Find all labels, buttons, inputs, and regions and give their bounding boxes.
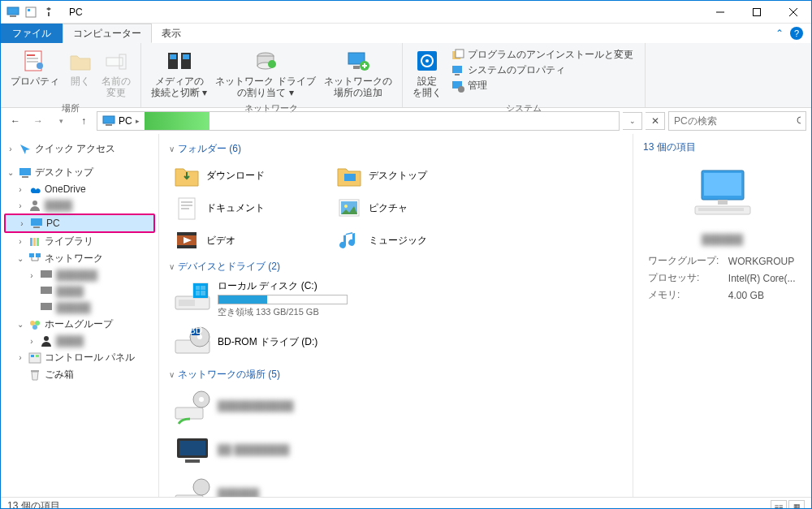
tree-desktop[interactable]: ⌄デスクトップ [4, 164, 155, 181]
maximize-button[interactable] [738, 1, 775, 24]
svg-rect-87 [704, 173, 741, 196]
pc-icon [6, 5, 20, 19]
svg-rect-7 [27, 58, 38, 59]
svg-rect-39 [33, 226, 40, 228]
close-button[interactable] [775, 1, 811, 24]
media-connect-button[interactable]: メディアの 接続と切断 ▾ [148, 46, 210, 101]
tab-view[interactable]: 表示 [152, 24, 191, 43]
svg-rect-40 [30, 238, 32, 246]
svg-rect-0 [7, 7, 19, 15]
svg-rect-10 [106, 58, 123, 66]
search-input[interactable] [674, 115, 796, 127]
folder-pictures[interactable]: ピクチャ [331, 192, 494, 224]
open-settings-button[interactable]: 設定 を開く [409, 46, 445, 101]
details-workgroup-label: ワークグループ: [645, 253, 723, 269]
tree-control-panel[interactable]: ›コントロール パネル [4, 349, 155, 366]
details-count: 13 個の項目 [643, 140, 801, 161]
drive-c[interactable]: ローカル ディスク (C:) 空き領域 133 GB/215 GB [169, 277, 412, 321]
manage-button[interactable]: 管理 [451, 79, 633, 93]
tree-network-item[interactable]: █████ [4, 300, 155, 316]
address-dropdown-icon[interactable]: ⌄ [623, 112, 642, 130]
qat-dropdown-icon[interactable] [41, 5, 56, 19]
titlebar: PC [1, 1, 811, 24]
stop-button[interactable]: ✕ [646, 112, 665, 130]
tree-network-item[interactable]: ›██████ [4, 267, 155, 283]
section-network-locations[interactable]: ネットワークの場所 (5) [169, 364, 623, 385]
back-button[interactable]: ← [6, 111, 25, 131]
tree-homegroup[interactable]: ⌄ホームグループ [4, 316, 155, 333]
tree-library[interactable]: ›ライブラリ [4, 233, 155, 250]
collapse-ribbon-icon[interactable]: ⌃ [775, 28, 784, 39]
map-drive-button[interactable]: ネットワーク ドライブ の割り当て ▾ [212, 46, 318, 101]
svg-rect-82 [175, 495, 203, 497]
netloc-item[interactable]: ██████ [169, 472, 412, 497]
tree-recycle-bin[interactable]: ごみ箱 [4, 366, 155, 383]
recent-dropdown[interactable]: ▾ [51, 111, 71, 131]
properties-button[interactable]: プロパティ [7, 46, 63, 101]
svg-rect-60 [181, 208, 189, 209]
help-icon[interactable]: ? [790, 27, 803, 40]
svg-rect-3 [28, 9, 30, 11]
tree-pc[interactable]: ›PC [4, 214, 155, 233]
up-button[interactable]: ↑ [74, 111, 93, 131]
svg-point-34 [797, 117, 801, 123]
svg-rect-81 [185, 459, 200, 463]
svg-rect-80 [179, 441, 205, 455]
drive-c-bar [218, 295, 348, 304]
window-title: PC [69, 6, 83, 18]
section-drives[interactable]: デバイスとドライブ (2) [169, 257, 623, 277]
folder-music[interactable]: ミュージック [331, 224, 494, 257]
tree-network[interactable]: ⌄ネットワーク [4, 250, 155, 267]
add-network-location-button[interactable]: ネットワークの 場所の追加 [321, 46, 395, 101]
view-large-icon[interactable]: ▦ [788, 500, 805, 510]
content-pane[interactable]: フォルダー (6) ダウンロード デスクトップ ドキュメント ピクチャ ビデオ … [159, 134, 633, 497]
svg-rect-15 [183, 54, 189, 59]
tree-homegroup-item[interactable]: ›████ [4, 333, 155, 349]
minimize-button[interactable] [702, 1, 738, 24]
navigation-bar: ← → ▾ ↑ PC ▸ ⌄ ✕ [1, 108, 811, 134]
tree-user[interactable]: ›████ [4, 197, 155, 214]
folder-downloads[interactable]: ダウンロード [169, 159, 331, 192]
svg-rect-54 [36, 355, 39, 357]
svg-point-83 [193, 479, 209, 495]
ribbon-help: ⌃ ? [767, 24, 811, 43]
netloc-item[interactable]: ██ ████████ [169, 429, 412, 472]
svg-rect-68 [179, 300, 195, 306]
tree-onedrive[interactable]: ›OneDrive [4, 181, 155, 197]
svg-rect-76 [175, 408, 203, 419]
address-bar[interactable]: PC ▸ [97, 111, 620, 131]
tree-quick-access[interactable]: ›クイック アクセス [4, 140, 155, 157]
navigation-pane[interactable]: ›クイック アクセス ⌄デスクトップ ›OneDrive ›████ ›PC ›… [1, 134, 159, 497]
svg-rect-41 [33, 238, 36, 246]
tab-computer[interactable]: コンピューター [63, 24, 152, 43]
window-controls [702, 1, 811, 24]
svg-point-63 [344, 205, 348, 208]
svg-point-48 [30, 321, 35, 326]
search-icon[interactable] [796, 115, 801, 127]
section-folders[interactable]: フォルダー (6) [169, 139, 623, 159]
properties-icon[interactable] [24, 5, 38, 19]
folder-documents[interactable]: ドキュメント [169, 192, 331, 224]
search-box[interactable] [668, 111, 806, 131]
address-node-pc[interactable]: PC ▸ [97, 112, 145, 130]
netloc-item[interactable]: ███████████ [169, 385, 412, 429]
folder-videos[interactable]: ビデオ [169, 224, 331, 257]
tab-file[interactable]: ファイル [1, 24, 63, 43]
tree-network-item[interactable]: ████ [4, 283, 155, 300]
ribbon: プロパティ 開く 名前の 変更 場所 メディアの 接続と切断 ▾ ネットワーク … [1, 43, 811, 108]
svg-rect-38 [31, 218, 42, 226]
svg-text:BD: BD [189, 325, 203, 336]
svg-rect-88 [718, 200, 728, 205]
folder-desktop[interactable]: デスクトップ [331, 159, 494, 192]
svg-rect-55 [31, 370, 39, 372]
drive-d[interactable]: BD BD-ROM ドライブ (D:) [169, 321, 412, 364]
uninstall-programs-button[interactable]: プログラムのアンインストールと変更 [451, 48, 633, 62]
view-details-icon[interactable]: ≡≡ [771, 500, 787, 510]
chevron-right-icon[interactable]: ▸ [136, 117, 140, 125]
details-memory-label: メモリ: [645, 287, 723, 303]
forward-button: → [28, 111, 48, 131]
svg-rect-58 [181, 201, 192, 203]
details-preview-icon [690, 167, 755, 224]
system-properties-button[interactable]: システムのプロパティ [451, 63, 633, 77]
svg-rect-4 [753, 8, 760, 15]
